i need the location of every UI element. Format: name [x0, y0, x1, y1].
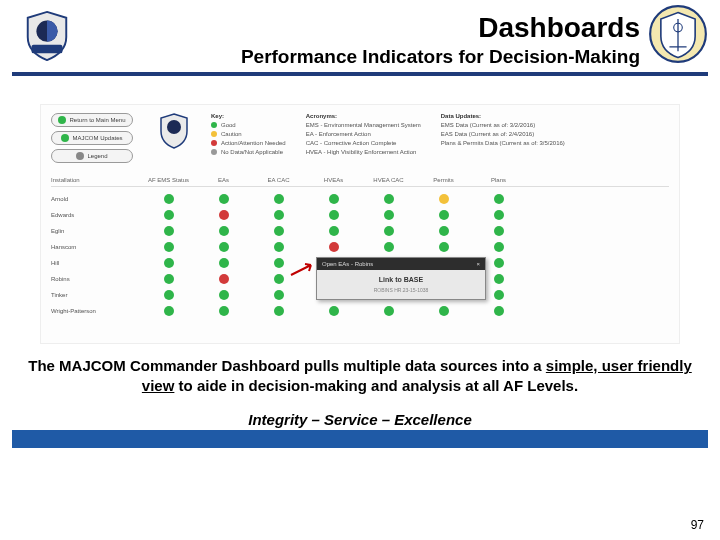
key-caution: Caution — [221, 131, 242, 137]
row-name: Tinker — [51, 292, 141, 298]
status-dot — [219, 258, 229, 268]
table-row: Eglin — [51, 223, 669, 239]
row-name: Arnold — [51, 196, 141, 202]
status-dot — [329, 194, 339, 204]
dot-grey-icon — [211, 149, 217, 155]
status-dot — [329, 210, 339, 220]
dashboard-screenshot: Return to Main Menu MAJCOM Updates Legen… — [40, 104, 680, 344]
row-name: Wright-Patterson — [51, 308, 141, 314]
key-nodata: No Data/Not Applicable — [221, 149, 283, 155]
status-dot — [164, 274, 174, 284]
popup-titlebar: Open EAs - Robins × — [317, 258, 485, 270]
status-dot — [494, 290, 504, 300]
status-dot — [274, 226, 284, 236]
status-dot — [274, 274, 284, 284]
caption: The MAJCOM Commander Dashboard pulls mul… — [0, 344, 720, 405]
motto: Integrity – Service – Excellence — [0, 411, 720, 428]
acronym-line: EA - Enforcement Action — [306, 131, 421, 137]
footer-bar — [12, 430, 708, 448]
status-dot — [164, 194, 174, 204]
status-dot — [274, 242, 284, 252]
data-updates-block: Data Updates: EMS Data (Current as of: 3… — [441, 113, 565, 146]
popup-link-title[interactable]: Link to BASE — [323, 276, 479, 283]
arrow-icon — [289, 261, 317, 277]
page-title: Dashboards — [82, 12, 640, 44]
status-dot — [219, 274, 229, 284]
updates-label: MAJCOM Updates — [72, 135, 122, 141]
acronyms-block: Acronyms: EMS - Environmental Management… — [306, 113, 421, 155]
status-dot — [439, 306, 449, 316]
status-dot — [329, 306, 339, 316]
status-dot — [494, 210, 504, 220]
status-dot — [274, 210, 284, 220]
row-name: Robins — [51, 276, 141, 282]
table-row: Edwards — [51, 207, 669, 223]
close-icon[interactable]: × — [476, 261, 480, 267]
shield-icon — [157, 113, 191, 149]
table-header: Installation AF EMS Status EAs EA CAC HV… — [51, 177, 669, 187]
acronym-line: CAC - Corrective Action Complete — [306, 140, 421, 146]
status-dot — [494, 258, 504, 268]
header: Dashboards Performance Indicators for De… — [0, 0, 720, 68]
status-dot — [164, 210, 174, 220]
motto-wrap: Integrity – Service – Excellence — [0, 411, 720, 448]
dashboard-top-bar: Return to Main Menu MAJCOM Updates Legen… — [41, 105, 679, 171]
page-subtitle: Performance Indicators for Decision-Maki… — [82, 46, 640, 68]
status-dot — [384, 226, 394, 236]
status-dot — [384, 306, 394, 316]
status-dot — [494, 194, 504, 204]
status-dot — [329, 242, 339, 252]
dot-red-icon — [211, 140, 217, 146]
status-dot — [439, 210, 449, 220]
status-dot — [274, 194, 284, 204]
status-dot — [164, 258, 174, 268]
status-dot — [164, 306, 174, 316]
status-dot — [219, 242, 229, 252]
status-dot — [219, 210, 229, 220]
dot-icon — [61, 134, 69, 142]
dot-yellow-icon — [211, 131, 217, 137]
status-dot — [329, 226, 339, 236]
status-table: Installation AF EMS Status EAs EA CAC HV… — [41, 171, 679, 329]
status-dot — [164, 226, 174, 236]
updates-button[interactable]: MAJCOM Updates — [51, 131, 133, 145]
popup-sub: ROBINS HR.23-15-1038 — [323, 287, 479, 293]
button-stack: Return to Main Menu MAJCOM Updates Legen… — [51, 113, 133, 163]
callout-arrow — [289, 261, 317, 278]
status-dot — [219, 226, 229, 236]
status-dot — [219, 290, 229, 300]
col-ems: AF EMS Status — [141, 177, 196, 183]
seal-right — [648, 6, 708, 62]
status-dot — [384, 210, 394, 220]
legend-button[interactable]: Legend — [51, 149, 133, 163]
col-hveacac: HVEA CAC — [361, 177, 416, 183]
status-dot — [164, 242, 174, 252]
update-line: EAS Data (Current as of: 2/4/2016) — [441, 131, 565, 137]
row-name: Edwards — [51, 212, 141, 218]
key-good: Good — [221, 122, 236, 128]
return-label: Return to Main Menu — [69, 117, 125, 123]
key-heading: Key: — [211, 113, 286, 119]
center-shield — [157, 113, 191, 150]
status-dot — [494, 274, 504, 284]
status-dot — [494, 226, 504, 236]
status-dot — [274, 258, 284, 268]
dot-green-icon — [211, 122, 217, 128]
col-permits: Permits — [416, 177, 471, 183]
row-name: Hill — [51, 260, 141, 266]
afcec-seal-icon — [648, 4, 708, 64]
updates-heading: Data Updates: — [441, 113, 565, 119]
status-dot — [219, 306, 229, 316]
table-row: Arnold — [51, 191, 669, 207]
svg-rect-1 — [32, 45, 63, 54]
status-dot — [164, 290, 174, 300]
page-number: 97 — [691, 518, 704, 532]
key-legend: Key: Good Caution Action/Attention Neede… — [211, 113, 286, 155]
row-name: Eglin — [51, 228, 141, 234]
status-dot — [494, 306, 504, 316]
col-installation: Installation — [51, 177, 141, 183]
slide: Dashboards Performance Indicators for De… — [0, 0, 720, 540]
header-rule — [12, 72, 708, 76]
svg-point-4 — [167, 120, 181, 134]
return-button[interactable]: Return to Main Menu — [51, 113, 133, 127]
